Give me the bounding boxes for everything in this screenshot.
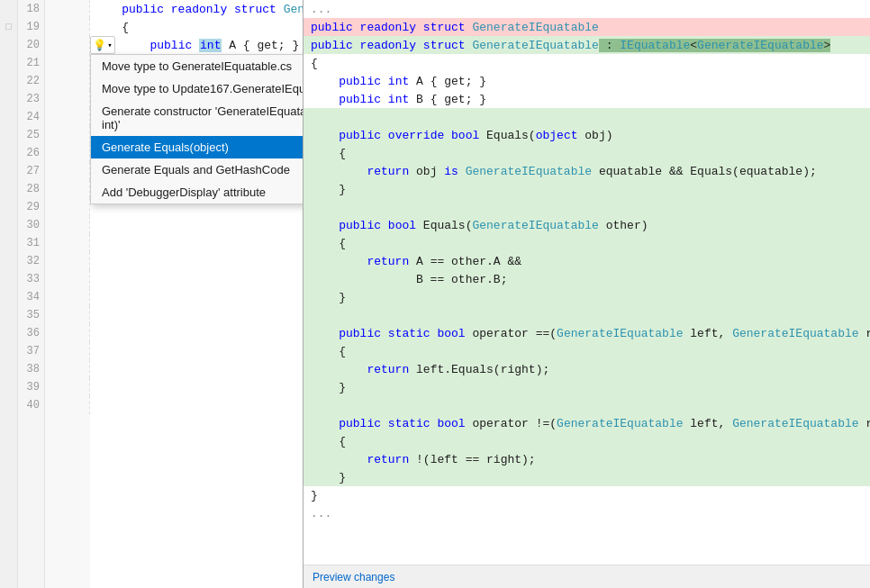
code-line-37 [94, 342, 303, 360]
gutter-line [0, 270, 17, 288]
line-num-32: 32 [18, 252, 44, 270]
menu-item-move-type-update[interactable]: Move type to Update167.GenerateIEquatabl… [91, 77, 303, 100]
gutter-line [0, 378, 17, 396]
preview-line-added-struct-iequatable: public readonly struct GenerateIEquatabl… [304, 36, 870, 54]
preview-line-added-empty3 [304, 306, 870, 324]
context-menu: Move type to GenerateIEquatable.cs Move … [90, 54, 303, 204]
menu-item-generate-constructor-label: Generate constructor 'GenerateIEquatable… [102, 104, 303, 131]
code-line-35 [94, 306, 303, 324]
line-num-33: 33 [18, 270, 44, 288]
preview-line-added-empty4 [304, 396, 870, 414]
gutter-line [0, 306, 17, 324]
gutter-line [0, 162, 17, 180]
preview-line-added-return-b: B == other.B; [304, 270, 870, 288]
gutter-line [0, 234, 17, 252]
gutter-line: □ [0, 18, 17, 36]
right-preview-panel: ... public readonly struct GenerateIEqua… [303, 0, 870, 588]
left-code-panel: 💡 ▾ Move type to GenerateIEquatable.cs M… [90, 0, 303, 588]
lightbulb-dropdown-arrow: ▾ [107, 41, 112, 50]
menu-item-add-debugger-label: Add 'DebuggerDisplay' attribute [102, 185, 266, 199]
line-num-24: 24 [18, 108, 44, 126]
preview-line-added-empty1 [304, 108, 870, 126]
lightbulb-icon: 💡 [93, 39, 106, 52]
line-num-19: 19 [18, 18, 44, 36]
preview-line-ellipsis-top: ... [304, 0, 870, 18]
menu-item-add-debugger[interactable]: Add 'DebuggerDisplay' attribute [91, 181, 303, 204]
indent-guides [45, 0, 90, 588]
line-num-22: 22 [18, 72, 44, 90]
preview-line-added-brace4: { [304, 432, 870, 450]
line-num-39: 39 [18, 378, 44, 396]
preview-line-removed-struct: public readonly struct GenerateIEquatabl… [304, 18, 870, 36]
gutter-line [0, 90, 17, 108]
preview-line-property-b: public int B { get; } [304, 90, 870, 108]
preview-line-added-brace3: { [304, 342, 870, 360]
code-line-18: public readonly struct GenerateIEquatabl… [94, 0, 303, 18]
preview-line-added-return-left: return left.Equals(right); [304, 360, 870, 378]
gutter-line [0, 324, 17, 342]
menu-item-generate-equals-hash[interactable]: Generate Equals and GetHashCode [91, 158, 303, 181]
line-num-35: 35 [18, 306, 44, 324]
preview-line-added-op-neq: public static bool operator !=(GenerateI… [304, 414, 870, 432]
preview-line-open-brace: { [304, 54, 870, 72]
gutter-line [0, 144, 17, 162]
line-num-31: 31 [18, 234, 44, 252]
line-num-23: 23 [18, 90, 44, 108]
line-num-18: 18 [18, 0, 44, 18]
gutter-line [0, 108, 17, 126]
preview-line-added-brace1: { [304, 144, 870, 162]
line-num-26: 26 [18, 144, 44, 162]
code-line-20: public int A { get; } [94, 36, 303, 54]
left-panel: □ 18 19 20 21 [0, 0, 303, 588]
line-num-20: 20 [18, 36, 44, 54]
preview-line-added-empty2 [304, 198, 870, 216]
code-line-31 [94, 234, 303, 252]
menu-item-generate-equals-label: Generate Equals(object) [102, 140, 229, 154]
line-num-40: 40 [18, 396, 44, 414]
menu-item-generate-constructor[interactable]: Generate constructor 'GenerateIEquatable… [91, 100, 303, 136]
code-line-38 [94, 360, 303, 378]
menu-item-move-type-label: Move type to GenerateIEquatable.cs [102, 59, 292, 73]
preview-line-added-return-a: return A == other.A && [304, 252, 870, 270]
code-line-34 [94, 288, 303, 306]
gutter-line [0, 54, 17, 72]
code-line-19: { [94, 18, 303, 36]
gutter: □ [0, 0, 18, 588]
line-num-25: 25 [18, 126, 44, 144]
preview-line-added-brace2: { [304, 234, 870, 252]
line-number-column: 18 19 20 21 22 23 24 25 26 27 28 29 30 3… [18, 0, 45, 588]
lightbulb-button[interactable]: 💡 ▾ [90, 36, 115, 54]
preview-line-ellipsis-bottom: ... [304, 504, 870, 522]
gutter-line [0, 216, 17, 234]
code-line-30 [94, 216, 303, 234]
preview-line-added-equals-typed: public bool Equals(GenerateIEquatable ot… [304, 216, 870, 234]
line-num-38: 38 [18, 360, 44, 378]
gutter-line [0, 36, 17, 54]
line-num-36: 36 [18, 324, 44, 342]
code-line-40 [94, 396, 303, 414]
gutter-line [0, 252, 17, 270]
code-line-33 [94, 270, 303, 288]
preview-line-added-close-brace1: } [304, 180, 870, 198]
menu-item-move-type-update-label: Move type to Update167.GenerateIEquatabl… [102, 82, 303, 95]
gutter-line [0, 198, 17, 216]
code-line-32 [94, 252, 303, 270]
menu-item-generate-equals[interactable]: Generate Equals(object) ▶ [91, 136, 303, 158]
preview-footer: Preview changes [304, 565, 870, 588]
preview-line-property-a: public int A { get; } [304, 72, 870, 90]
preview-changes-link[interactable]: Preview changes [313, 571, 394, 583]
line-num-30: 30 [18, 216, 44, 234]
line-num-34: 34 [18, 288, 44, 306]
preview-code-area: ... public readonly struct GenerateIEqua… [304, 0, 870, 565]
gutter-line [0, 72, 17, 90]
preview-line-added-return-not: return !(left == right); [304, 450, 870, 468]
gutter-line [0, 360, 17, 378]
line-num-27: 27 [18, 162, 44, 180]
gutter-line [0, 396, 17, 414]
preview-line-close-struct: } [304, 486, 870, 504]
line-num-21: 21 [18, 54, 44, 72]
preview-line-added-close-brace4: } [304, 468, 870, 486]
menu-item-move-type[interactable]: Move type to GenerateIEquatable.cs [91, 55, 303, 77]
preview-line-added-close-brace2: } [304, 288, 870, 306]
line-num-28: 28 [18, 180, 44, 198]
